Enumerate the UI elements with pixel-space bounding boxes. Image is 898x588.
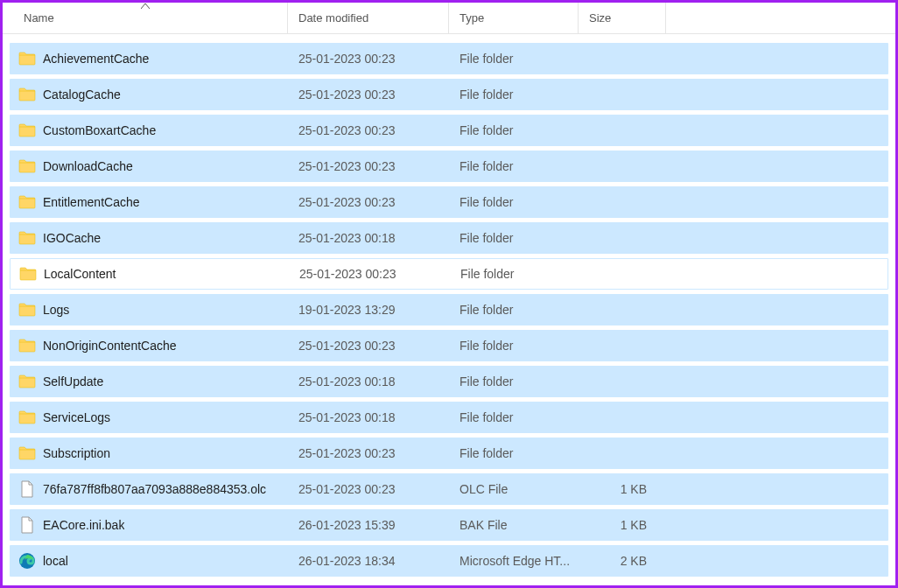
file-name: DownloadCache	[43, 159, 133, 173]
file-type: File folder	[449, 123, 580, 137]
file-name-cell: LocalContent	[11, 265, 289, 283]
folder-icon	[18, 158, 36, 175]
file-list: AchievementCache25-01-2023 00:23File fol…	[3, 34, 895, 584]
file-name: IGOCache	[43, 231, 101, 245]
file-date-modified: 25-01-2023 00:23	[288, 52, 449, 66]
column-headers: Name Date modified Type Size	[3, 3, 895, 34]
file-type: File folder	[449, 88, 580, 102]
file-type: File folder	[449, 52, 580, 66]
file-icon	[18, 480, 36, 498]
file-type: File folder	[449, 446, 580, 460]
file-type: File folder	[449, 374, 580, 388]
file-date-modified: 25-01-2023 00:23	[288, 123, 449, 137]
file-date-modified: 25-01-2023 00:23	[288, 446, 449, 460]
file-type: Microsoft Edge HT...	[449, 554, 580, 568]
sort-ascending-icon	[141, 1, 150, 10]
file-name: Logs	[43, 303, 69, 317]
file-name-cell: EntitlementCache	[10, 193, 288, 211]
file-date-modified: 19-01-2023 13:29	[288, 303, 449, 317]
folder-icon	[18, 301, 36, 318]
column-header-date-modified[interactable]: Date modified	[288, 3, 449, 33]
folder-icon	[18, 373, 36, 390]
file-name-cell: Subscription	[10, 444, 288, 462]
file-name-cell: IGOCache	[10, 229, 288, 247]
file-row[interactable]: local26-01-2023 18:34Microsoft Edge HT..…	[10, 545, 888, 577]
column-header-name[interactable]: Name	[3, 3, 288, 33]
file-name: local	[43, 554, 68, 568]
file-row[interactable]: LocalContent25-01-2023 00:23File folder	[10, 258, 888, 290]
folder-icon	[18, 444, 36, 462]
file-size: 2 KB	[580, 554, 657, 568]
folder-icon	[18, 229, 36, 247]
column-label: Date modified	[298, 11, 368, 24]
file-type: File folder	[449, 195, 580, 209]
file-date-modified: 25-01-2023 00:23	[288, 339, 449, 353]
file-size: 1 KB	[580, 518, 657, 532]
folder-icon	[18, 409, 36, 426]
column-label: Name	[24, 11, 54, 24]
file-name-cell: AchievementCache	[10, 50, 288, 67]
file-icon	[18, 516, 36, 534]
file-size: 1 KB	[580, 482, 657, 496]
file-name-cell: EACore.ini.bak	[10, 516, 288, 534]
file-name-cell: DownloadCache	[10, 158, 288, 175]
column-label: Type	[460, 11, 484, 24]
file-row[interactable]: EntitlementCache25-01-2023 00:23File fol…	[10, 186, 888, 218]
file-name: CustomBoxartCache	[43, 123, 156, 137]
file-date-modified: 25-01-2023 00:18	[288, 410, 449, 424]
file-date-modified: 25-01-2023 00:23	[289, 267, 450, 281]
file-name: 76fa787ff8fb807aa7093a888e884353.olc	[43, 482, 266, 496]
file-date-modified: 25-01-2023 00:23	[288, 482, 449, 496]
column-header-size[interactable]: Size	[579, 3, 666, 33]
file-date-modified: 25-01-2023 00:18	[288, 231, 449, 245]
file-type: OLC File	[449, 482, 580, 496]
file-row[interactable]: CustomBoxartCache25-01-2023 00:23File fo…	[10, 115, 888, 146]
file-row[interactable]: IGOCache25-01-2023 00:18File folder	[10, 222, 888, 254]
file-row[interactable]: NonOriginContentCache25-01-2023 00:23Fil…	[10, 330, 888, 361]
file-type: File folder	[449, 303, 580, 317]
file-date-modified: 25-01-2023 00:23	[288, 195, 449, 209]
file-name: Subscription	[43, 446, 110, 460]
file-row[interactable]: AchievementCache25-01-2023 00:23File fol…	[10, 43, 888, 74]
file-type: BAK File	[449, 518, 580, 532]
file-row[interactable]: Logs19-01-2023 13:29File folder	[10, 294, 888, 326]
file-name-cell: CustomBoxartCache	[10, 122, 288, 139]
file-row[interactable]: EACore.ini.bak26-01-2023 15:39BAK File1 …	[10, 509, 888, 541]
file-name-cell: CatalogCache	[10, 86, 288, 103]
file-name: EntitlementCache	[43, 195, 140, 209]
file-type: File folder	[449, 159, 580, 173]
file-type: File folder	[449, 339, 580, 353]
column-header-type[interactable]: Type	[449, 3, 579, 33]
folder-icon	[18, 50, 36, 67]
file-row[interactable]: 76fa787ff8fb807aa7093a888e884353.olc25-0…	[10, 473, 888, 505]
file-name: CatalogCache	[43, 88, 121, 102]
file-date-modified: 25-01-2023 00:23	[288, 159, 449, 173]
file-type: File folder	[449, 410, 580, 424]
file-explorer-details-view: Name Date modified Type Size Achievement…	[3, 3, 895, 585]
file-date-modified: 26-01-2023 18:34	[288, 554, 449, 568]
edge-icon	[18, 552, 36, 570]
file-name: ServiceLogs	[43, 410, 110, 424]
file-name-cell: SelfUpdate	[10, 373, 288, 390]
folder-icon	[18, 193, 36, 211]
file-name-cell: ServiceLogs	[10, 409, 288, 426]
file-row[interactable]: ServiceLogs25-01-2023 00:18File folder	[10, 402, 888, 433]
file-row[interactable]: CatalogCache25-01-2023 00:23File folder	[10, 79, 888, 110]
file-name-cell: 76fa787ff8fb807aa7093a888e884353.olc	[10, 480, 288, 498]
file-name: SelfUpdate	[43, 374, 103, 388]
file-row[interactable]: Subscription25-01-2023 00:23File folder	[10, 438, 888, 469]
file-name-cell: Logs	[10, 301, 288, 318]
file-row[interactable]: SelfUpdate25-01-2023 00:18File folder	[10, 366, 888, 397]
column-label: Size	[589, 11, 611, 24]
file-name: LocalContent	[44, 267, 116, 281]
file-date-modified: 25-01-2023 00:18	[288, 374, 449, 388]
file-name: NonOriginContentCache	[43, 339, 177, 353]
file-date-modified: 25-01-2023 00:23	[288, 88, 449, 102]
file-name-cell: NonOriginContentCache	[10, 337, 288, 354]
folder-icon	[19, 265, 37, 283]
file-type: File folder	[450, 267, 581, 281]
folder-icon	[18, 337, 36, 354]
file-name-cell: local	[10, 552, 288, 570]
file-row[interactable]: DownloadCache25-01-2023 00:23File folder	[10, 150, 888, 182]
file-date-modified: 26-01-2023 15:39	[288, 518, 449, 532]
